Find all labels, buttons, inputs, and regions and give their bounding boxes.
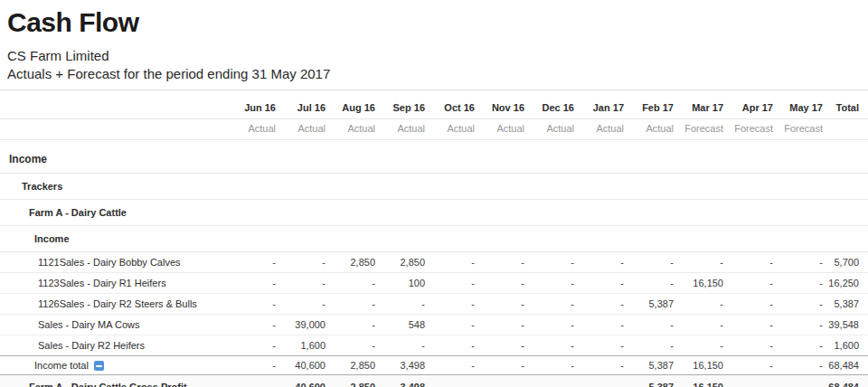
cell-value: - [228,375,278,387]
cell-value: - [775,252,825,273]
row-label: 1121Sales - Dairy Bobby Calves [38,257,181,268]
report-header: Cash Flow CS Farm Limited Actuals + Fore… [0,0,868,81]
cell-value: 68,484 [825,375,868,387]
cell-value: - [775,294,825,315]
period-type-cell: Actual [327,119,377,140]
cell-value: 5,387 [626,375,675,387]
cell-value: - [476,273,526,294]
cell-value: 548 [377,315,427,335]
cell-value: - [228,356,278,375]
period-type-cell: Actual [427,119,476,140]
cell-value: - [725,294,775,315]
table-row: Trackers [0,174,868,200]
cell-value: - [476,375,526,387]
minus-glyph [96,365,102,367]
row-label-column-subheader [0,119,228,140]
cell-value: - [327,273,377,294]
row-label: Sales - Dairy MA Cows [38,319,139,330]
month-header-cell: Jan 17 [576,90,626,119]
cell-value: - [725,252,775,273]
cell-value: - [427,356,476,375]
month-header-cell: Nov 16 [476,90,526,119]
cell-value: 40,600 [278,375,327,387]
cell-value: 40,600 [278,356,327,375]
cell-value: - [228,315,278,335]
cell-value: - [427,273,476,294]
month-header-cell: Mar 17 [675,90,725,119]
cell-value: - [228,335,278,356]
cell-value: 2,850 [327,375,377,387]
row-label: Income total [34,360,89,371]
cell-value: - [626,335,675,356]
month-header-cell: May 17 [775,90,825,119]
month-header-cell: Jul 16 [278,90,327,119]
row-label: Trackers [22,181,62,192]
cell-value: 3,498 [377,375,427,387]
cell-value: - [626,252,675,273]
cell-value: 3,498 [377,356,427,375]
cell-value: - [526,273,576,294]
row-label: Income [9,153,47,165]
cell-value: - [576,315,626,335]
period-type-cell: Actual [526,119,576,140]
cell-value: - [675,315,725,335]
period-type-cell: Actual [377,119,427,140]
cell-value: - [327,315,377,335]
cell-value: - [576,375,626,387]
row-label: 1126Sales - Dairy R2 Steers & Bulls [38,298,197,309]
month-header-cell: Oct 16 [427,90,476,119]
cell-value: - [427,335,476,356]
cell-value: 5,700 [825,252,868,273]
month-header-cell: Sep 16 [377,90,427,119]
cell-value: - [576,335,626,356]
cell-value: - [576,252,626,273]
cell-value: 5,387 [825,294,868,315]
month-header-cell: Jun 16 [228,90,278,119]
row-label: Sales - Dairy R2 Heifers [38,340,145,351]
cell-value: - [476,294,526,315]
cell-value: - [576,356,626,375]
cell-value: - [626,273,675,294]
row-label: 1123Sales - Dairy R1 Heifers [38,278,166,288]
cell-value: - [327,335,377,356]
period-type-cell: Forecast [725,119,775,140]
table-row: Income [0,140,868,174]
page-title: Cash Flow [7,7,859,38]
table-row: 1126Sales - Dairy R2 Steers & Bulls-----… [0,294,868,315]
period-type-row: ActualActualActualActualActualActualActu… [0,119,868,140]
table-row: Farm A - Dairy Cattle [0,200,868,226]
cell-value: - [476,315,526,335]
cell-value: - [775,335,825,356]
month-header-cell: Total [825,90,868,119]
cell-value: - [427,294,476,315]
cell-value: 5,387 [626,294,675,315]
cell-value: - [377,335,427,356]
cell-value: - [476,356,526,375]
cell-value: - [427,315,476,335]
month-header-cell: Feb 17 [626,90,675,119]
cell-value: - [725,356,775,375]
collapse-minus-icon[interactable] [94,361,104,371]
cell-value: - [377,294,427,315]
table-row: Farm A - Dairy Cattle Gross Profit-40,60… [0,375,868,387]
cell-value: - [427,375,476,387]
cell-value: - [526,375,576,387]
period-type-cell: Actual [476,119,526,140]
cell-value: - [725,315,775,335]
row-label-column-header [0,90,228,119]
month-header-cell: Aug 16 [327,90,377,119]
cell-value: - [775,356,825,375]
cell-value: - [278,273,327,294]
cell-value: 16,150 [675,375,725,387]
cell-value: - [476,335,526,356]
cash-flow-table: Jun 16Jul 16Aug 16Sep 16Oct 16Nov 16Dec … [0,90,868,387]
period-type-cell: Actual [626,119,675,140]
cell-value: - [775,315,825,335]
cell-value: 5,387 [626,356,675,375]
cell-value: - [278,294,327,315]
cell-value: - [526,335,576,356]
cell-value: 16,250 [825,273,868,294]
period-type-cell: Actual [278,119,327,140]
cell-value: - [576,273,626,294]
cell-value: - [675,252,725,273]
